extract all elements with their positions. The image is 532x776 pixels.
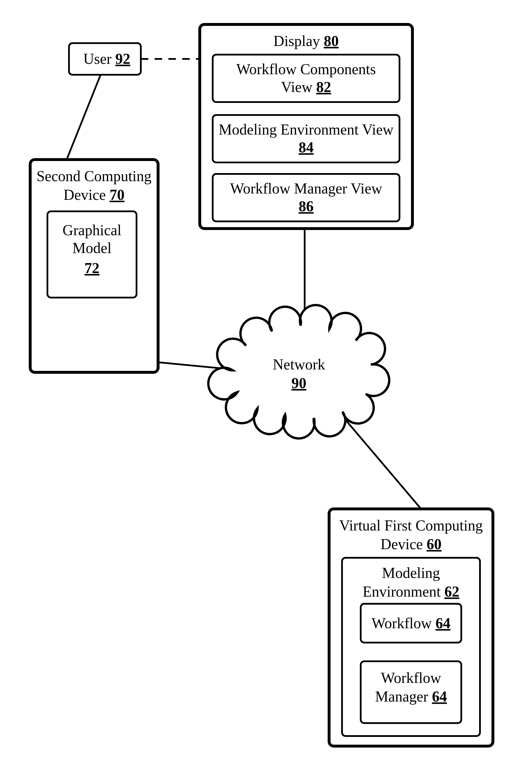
network-cloud: Network 90 [208,305,389,438]
second-line2: Device 70 [63,187,124,203]
second-computing-device-box: Second Computing Device 70 Graphical Mod… [30,160,158,372]
virtual-first-computing-device-box: Virtual First Computing Device 60 Modeli… [329,509,493,746]
workflow-components-view-box: Workflow Components View 82 [213,55,400,102]
wc-line1: Workflow Components [236,61,376,77]
me-line2: Environment 62 [363,583,460,600]
gm-line2: Model [72,240,111,256]
workflow-manager-view-box: Workflow Manager View 86 [213,174,400,221]
wm-line1: Workflow [381,669,441,686]
network-label: Network [273,356,325,373]
wmv-num: 86 [299,198,314,214]
workflow-box: Workflow 64 [361,604,461,642]
wmv-line1: Workflow Manager View [230,180,382,197]
modeling-environment-view-box: Modeling Environment View 84 [213,115,400,162]
display-box: Display 80 Workflow Components View 82 M… [200,24,413,229]
user-label: User 92 [83,51,130,67]
system-diagram: User 92 Display 80 Workflow Components V… [0,0,532,776]
second-line1: Second Computing [36,168,152,184]
virtual-line1: Virtual First Computing [339,517,483,534]
modeling-environment-box: Modeling Environment 62 Workflow 64 Work… [342,558,480,736]
user-box: User 92 [69,43,141,75]
me-line1: Modeling [382,565,440,581]
network-num: 90 [291,375,306,391]
mev-line1: Modeling Environment View [219,121,394,138]
gm-line1: Graphical [62,222,121,238]
graphical-model-box: Graphical Model 72 [47,211,137,298]
link-network-virtual [340,414,421,509]
wc-line2: View 82 [281,79,331,95]
wf-label: Workflow 64 [371,615,451,631]
display-title: Display 80 [274,33,339,49]
gm-num: 72 [84,260,99,276]
virtual-line2: Device 60 [380,536,442,552]
link-user-second-device [67,75,100,160]
mev-num: 84 [299,139,314,156]
wm-line2: Manager 64 [375,688,447,705]
workflow-manager-box: Workflow Manager 64 [361,661,461,723]
